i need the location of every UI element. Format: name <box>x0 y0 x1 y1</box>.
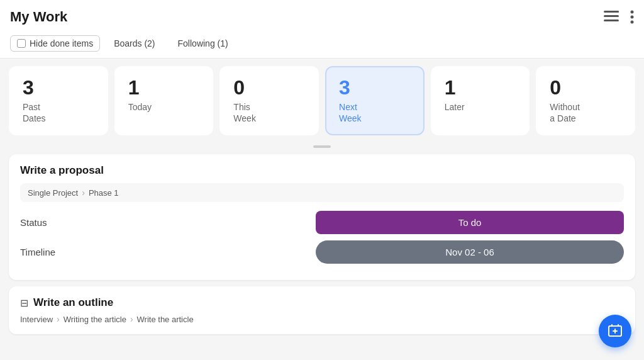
stat-label-next-week: Next Week <box>339 101 411 124</box>
stat-card-past-dates[interactable]: 3Past Dates <box>9 66 108 135</box>
boards-button[interactable]: Boards (2) <box>105 36 164 51</box>
stat-label-this-week: This Week <box>233 101 305 124</box>
stat-label-later: Later <box>445 101 516 113</box>
task-timeline-row: Timeline Nov 02 - 06 <box>20 240 624 264</box>
stat-label-without-date: Without a Date <box>550 101 621 124</box>
stat-number-this-week: 0 <box>233 77 305 98</box>
stat-card-today[interactable]: 1Today <box>114 66 214 135</box>
following-button[interactable]: Following (1) <box>169 36 237 51</box>
status-badge[interactable]: To do <box>316 211 624 234</box>
breadcrumb-sep-1: › <box>82 188 85 198</box>
scroll-indicator <box>0 143 644 148</box>
svg-point-5 <box>631 16 634 19</box>
stat-number-later: 1 <box>445 77 516 98</box>
lines-icon[interactable] <box>604 11 619 23</box>
more-icon[interactable] <box>630 10 634 24</box>
task2-breadcrumb-3: Write the article <box>137 315 194 324</box>
content: Write a proposal Single Project › Phase … <box>0 148 644 354</box>
task2-breadcrumb: Interview › Writing the article › Write … <box>20 314 624 324</box>
task2-breadcrumb-1: Interview <box>20 315 53 324</box>
page-title: My Work <box>10 9 67 25</box>
stat-label-today: Today <box>128 101 200 113</box>
task2-title: Write an outline <box>33 296 113 309</box>
task2-breadcrumb-2: Writing the article <box>64 315 126 324</box>
svg-point-6 <box>631 21 634 24</box>
timeline-badge[interactable]: Nov 02 - 06 <box>316 240 624 264</box>
header: My Work <box>0 0 644 31</box>
stat-number-without-date: 0 <box>550 77 621 98</box>
stats-row: 3Past Dates1Today0This Week3Next Week1La… <box>0 59 644 143</box>
hide-done-label: Hide done items <box>30 38 93 48</box>
task-title-1: Write a proposal <box>20 164 624 177</box>
breadcrumb-item-1: Single Project <box>28 188 78 198</box>
stat-card-next-week[interactable]: 3Next Week <box>325 66 425 135</box>
task-card-1: Write a proposal Single Project › Phase … <box>9 154 635 280</box>
task2-header: ⊟ Write an outline <box>20 296 624 309</box>
svg-point-4 <box>631 11 634 14</box>
toolbar: Hide done items Boards (2) Following (1) <box>0 31 644 59</box>
task2-icon: ⊟ <box>20 297 28 309</box>
scroll-dot <box>313 145 331 148</box>
task-status-row: Status To do <box>20 211 624 234</box>
stat-number-today: 1 <box>128 77 200 98</box>
hide-done-button[interactable]: Hide done items <box>10 35 100 52</box>
header-actions <box>604 10 634 24</box>
stat-number-past-dates: 3 <box>23 77 94 98</box>
task-breadcrumb-1: Single Project › Phase 1 <box>20 183 624 202</box>
breadcrumb-item-2: Phase 1 <box>89 188 119 198</box>
stat-card-later[interactable]: 1Later <box>431 66 530 135</box>
svg-rect-2 <box>604 20 619 21</box>
stat-card-without-date[interactable]: 0Without a Date <box>536 66 635 135</box>
task2-sep-2: › <box>130 314 133 324</box>
fab-button[interactable] <box>599 315 631 347</box>
stat-card-this-week[interactable]: 0This Week <box>219 66 319 135</box>
svg-rect-3 <box>609 11 619 13</box>
stat-number-next-week: 3 <box>339 77 411 98</box>
status-label: Status <box>20 217 47 228</box>
task-card-2: ⊟ Write an outline Interview › Writing t… <box>9 286 635 334</box>
task2-sep-1: › <box>57 314 60 324</box>
stat-label-past-dates: Past Dates <box>23 101 94 124</box>
svg-rect-1 <box>604 15 619 17</box>
checkbox-icon <box>17 39 26 48</box>
timeline-label: Timeline <box>20 247 55 257</box>
